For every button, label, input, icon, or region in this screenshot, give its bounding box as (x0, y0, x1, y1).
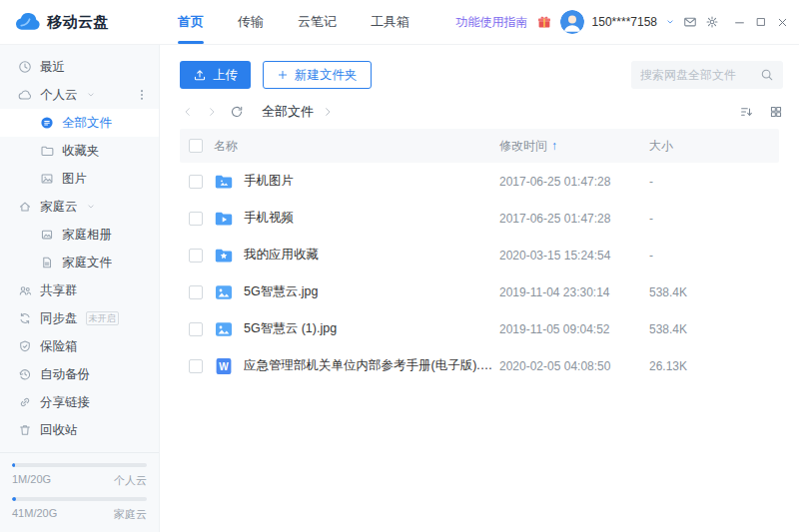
file-name[interactable]: 5G智慧云.jpg (244, 283, 318, 300)
column-modified-label: 修改时间 (499, 139, 547, 153)
family-files-icon (40, 256, 54, 269)
all-files-icon (40, 116, 54, 130)
new-folder-button[interactable]: 新建文件夹 (263, 61, 372, 89)
sidebar-item-auto-backup[interactable]: 自动备份 (0, 360, 159, 388)
account-chevron-down-icon[interactable] (665, 17, 675, 27)
storage-section: 1M/20G个人云41M/20G家庭云 (0, 452, 159, 532)
sort-asc-icon: ↑ (551, 139, 557, 153)
column-name[interactable]: 名称 (214, 138, 499, 155)
sidebar-item-personal-cloud[interactable]: 个人云 (0, 81, 159, 109)
storage-meter: 1M/20G个人云 (12, 463, 147, 488)
personal-cloud-icon (18, 88, 32, 102)
row-checkbox[interactable] (189, 285, 203, 299)
view-toggle (739, 105, 783, 119)
storage-label: 个人云 (114, 473, 147, 488)
family-cloud-icon (18, 200, 32, 214)
row-checkbox[interactable] (189, 359, 203, 373)
sidebar-item-label: 分享链接 (40, 394, 90, 411)
avatar[interactable] (560, 10, 584, 34)
column-modified[interactable]: 修改时间↑ (499, 138, 649, 155)
storage-usage: 41M/20G (12, 507, 57, 522)
table-row[interactable]: 手机图片2017-06-25 01:47:28- (180, 163, 779, 200)
favorites-icon (40, 144, 54, 158)
search-input[interactable] (640, 68, 754, 82)
file-table-body: 手机图片2017-06-25 01:47:28-手机视频2017-06-25 0… (180, 163, 779, 384)
table-header: 名称 修改时间↑ 大小 (180, 129, 779, 163)
sidebar-item-all-files[interactable]: 全部文件 (0, 109, 159, 137)
chevron-down-icon[interactable] (86, 90, 96, 100)
sidebar-item-pictures[interactable]: 图片 (0, 165, 159, 193)
app-logo[interactable]: 移动云盘 (0, 9, 160, 35)
sidebar-item-safe-box[interactable]: 保险箱 (0, 332, 159, 360)
breadcrumb-current[interactable]: 全部文件 (262, 103, 314, 121)
row-checkbox[interactable] (189, 175, 203, 189)
safe-box-icon (18, 339, 32, 353)
file-size: - (649, 212, 779, 226)
file-name[interactable]: 5G智慧云 (1).jpg (244, 320, 337, 337)
new-folder-label: 新建文件夹 (295, 67, 358, 84)
sidebar-item-family-files[interactable]: 家庭文件 (0, 249, 159, 276)
row-checkbox[interactable] (189, 322, 203, 336)
minimize-icon[interactable] (733, 16, 746, 29)
refresh-icon[interactable] (230, 105, 244, 119)
table-row[interactable]: 我的应用收藏2020-03-15 15:24:54- (180, 237, 779, 273)
sidebar-item-label: 收藏夹 (62, 143, 100, 160)
account-phone[interactable]: 150****7158 (592, 15, 657, 29)
sidebar-item-shared-group[interactable]: 共享群 (0, 276, 159, 304)
row-checkbox[interactable] (189, 212, 203, 226)
nav-tab-home[interactable]: 首页 (178, 0, 204, 44)
sidebar-item-recent[interactable]: 最近 (0, 53, 159, 81)
file-size: - (649, 249, 779, 263)
nav-tab-transfer[interactable]: 传输 (238, 0, 264, 44)
file-modified: 2020-02-05 04:08:50 (499, 359, 649, 373)
more-options-icon[interactable] (135, 88, 149, 102)
file-name[interactable]: 手机图片 (244, 173, 294, 190)
main-nav: 首页传输云笔记工具箱 (178, 0, 409, 44)
maximize-icon[interactable] (755, 16, 767, 28)
shared-group-icon (18, 283, 32, 297)
guide-link[interactable]: 功能使用指南 (456, 14, 528, 31)
table-row[interactable]: W应急管理部机关单位内部参考手册(电子版).docx2020-02-05 04:… (180, 347, 779, 384)
chevron-down-icon[interactable] (86, 202, 96, 212)
sidebar-item-label: 全部文件 (62, 115, 112, 132)
word-icon: W (214, 356, 234, 376)
sidebar-item-recycle-bin[interactable]: 回收站 (0, 416, 159, 444)
settings-gear-icon[interactable] (705, 15, 719, 29)
sidebar-item-family-cloud[interactable]: 家庭云 (0, 193, 159, 221)
table-row[interactable]: 5G智慧云.jpg2019-11-04 23:30:14538.4K (180, 273, 779, 310)
sidebar-item-sync-disk[interactable]: 同步盘未开启 (0, 304, 159, 332)
file-name[interactable]: 应急管理部机关单位内部参考手册(电子版).docx (244, 357, 499, 374)
upload-button[interactable]: 上传 (180, 61, 251, 89)
table-row[interactable]: 5G智慧云 (1).jpg2019-11-05 09:04:52538.4K (180, 310, 779, 347)
main-panel: 上传 新建文件夹 全部文件 (160, 45, 799, 532)
row-checkbox[interactable] (189, 249, 203, 263)
table-row[interactable]: 手机视频2017-06-25 01:47:28- (180, 200, 779, 237)
sync-disk-icon (18, 311, 32, 325)
file-modified: 2020-03-15 15:24:54 (499, 249, 649, 263)
grid-view-icon[interactable] (769, 105, 783, 119)
storage-meter: 41M/20G家庭云 (12, 497, 147, 522)
file-name[interactable]: 手机视频 (244, 210, 294, 227)
sidebar-item-family-album[interactable]: 家庭相册 (0, 221, 159, 249)
sync-off-badge: 未开启 (86, 311, 119, 325)
storage-usage: 1M/20G (12, 473, 51, 488)
file-size: 26.13K (649, 359, 779, 373)
back-icon[interactable] (182, 106, 194, 118)
gift-icon[interactable] (536, 14, 552, 30)
close-icon[interactable] (776, 16, 789, 29)
sidebar-item-share-links[interactable]: 分享链接 (0, 388, 159, 416)
search-icon[interactable] (760, 68, 774, 82)
sort-view-icon[interactable] (739, 105, 753, 119)
file-size: 538.4K (649, 285, 779, 299)
storage-label: 家庭云 (114, 507, 147, 522)
file-modified: 2017-06-25 01:47:28 (499, 175, 649, 189)
sidebar-item-favorites[interactable]: 收藏夹 (0, 137, 159, 165)
forward-icon[interactable] (206, 106, 218, 118)
column-size[interactable]: 大小 (649, 138, 779, 155)
file-name[interactable]: 我的应用收藏 (244, 247, 319, 264)
nav-tab-cloud-notes[interactable]: 云笔记 (298, 0, 337, 44)
nav-tab-toolbox[interactable]: 工具箱 (371, 0, 409, 44)
recent-icon (18, 60, 32, 74)
select-all-checkbox[interactable] (189, 139, 203, 153)
mail-icon[interactable] (683, 15, 697, 29)
